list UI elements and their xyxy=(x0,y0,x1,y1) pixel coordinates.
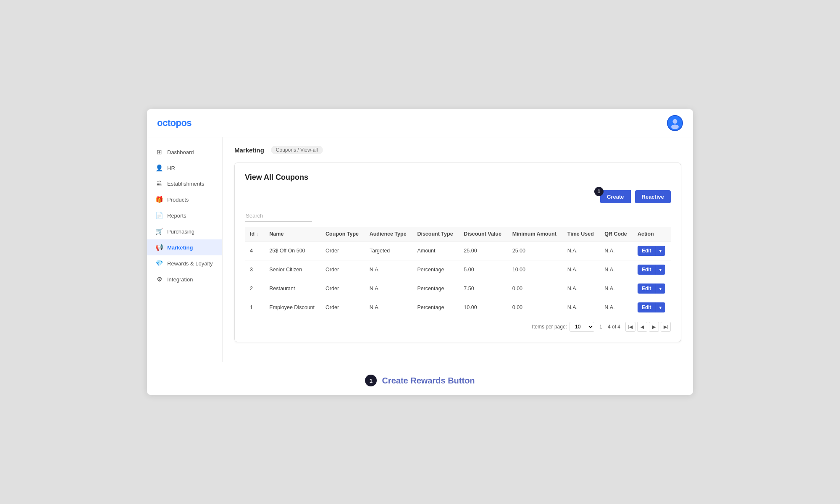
action-cell: Edit ▼ xyxy=(633,260,671,279)
items-per-page: Items per page: 10 25 50 100 xyxy=(532,322,594,332)
sidebar-label-hr: HR xyxy=(167,165,175,171)
purchasing-icon: 🛒 xyxy=(155,228,163,235)
table-cell: 0.00 xyxy=(507,298,562,317)
col-action: Action xyxy=(633,227,671,242)
edit-dropdown-btn[interactable]: ▼ xyxy=(656,284,665,294)
table-cell: Order xyxy=(320,260,365,279)
table-cell: 1 xyxy=(245,298,264,317)
table-cell: Order xyxy=(320,279,365,298)
sidebar-item-dashboard[interactable]: ⊞ Dashboard xyxy=(147,144,222,160)
table-cell: N.A. xyxy=(365,298,412,317)
app-logo: octopos xyxy=(157,118,192,129)
table-cell: Restaurant xyxy=(264,279,320,298)
table-cell: Percentage xyxy=(412,279,459,298)
edit-dropdown-btn[interactable]: ▼ xyxy=(656,265,665,275)
prev-page-btn[interactable]: ◀ xyxy=(637,322,647,332)
table-cell: N.A. xyxy=(365,260,412,279)
next-page-btn[interactable]: ▶ xyxy=(649,322,659,332)
table-cell: 2 xyxy=(245,279,264,298)
sidebar-item-purchasing[interactable]: 🛒 Purchasing xyxy=(147,223,222,239)
table-cell: N.A. xyxy=(599,298,633,317)
sidebar: ⊞ Dashboard 👤 HR 🏛 Establishments 🎁 Prod… xyxy=(147,137,223,362)
col-minimum-amount: Minimum Amount xyxy=(507,227,562,242)
table-cell: 0.00 xyxy=(507,279,562,298)
hr-icon: 👤 xyxy=(155,164,163,172)
table-cell: Targeted xyxy=(365,242,412,260)
reports-icon: 📄 xyxy=(155,212,163,219)
sidebar-label-reports: Reports xyxy=(167,213,186,219)
table-cell: N.A. xyxy=(599,260,633,279)
table-cell: 25.00 xyxy=(507,242,562,260)
col-name: Name xyxy=(264,227,320,242)
breadcrumb: Coupons / View-all xyxy=(271,146,323,154)
establishments-icon: 🏛 xyxy=(155,180,163,187)
products-icon: 🎁 xyxy=(155,196,163,203)
col-coupon-type: Coupon Type xyxy=(320,227,365,242)
edit-dropdown-btn[interactable]: ▼ xyxy=(656,302,665,312)
edit-button[interactable]: Edit xyxy=(638,302,656,312)
table-cell: Percentage xyxy=(412,298,459,317)
table-cell: 25.00 xyxy=(459,242,507,260)
action-cell: Edit ▼ xyxy=(633,242,671,260)
last-page-btn[interactable]: ▶| xyxy=(661,322,671,332)
card-title: View All Coupons xyxy=(245,173,671,182)
table-cell: Amount xyxy=(412,242,459,260)
create-badge: 1 xyxy=(594,187,604,196)
table-cell: Senior Citizen xyxy=(264,260,320,279)
action-cell: Edit ▼ xyxy=(633,298,671,317)
sidebar-item-rewards[interactable]: 💎 Rewards & Loyalty xyxy=(147,255,222,271)
sidebar-label-rewards: Rewards & Loyalty xyxy=(167,260,213,267)
col-id: Id ↓ xyxy=(245,227,264,242)
col-qr-code: QR Code xyxy=(599,227,633,242)
svg-point-1 xyxy=(673,119,677,124)
rewards-icon: 💎 xyxy=(155,260,163,267)
table-row: 425$ Off On 500OrderTargetedAmount25.002… xyxy=(245,242,671,260)
table-cell: N.A. xyxy=(562,298,599,317)
sidebar-item-hr[interactable]: 👤 HR xyxy=(147,160,222,176)
items-per-page-select[interactable]: 10 25 50 100 xyxy=(570,322,594,332)
table-cell: N.A. xyxy=(599,242,633,260)
create-button[interactable]: Create xyxy=(600,190,630,203)
coupons-table: Id ↓ Name Coupon Type Audience Type Disc… xyxy=(245,227,671,317)
annotation-area: 1 Create Rewards Button xyxy=(147,362,693,395)
breadcrumb-row: Marketing Coupons / View-all xyxy=(234,146,681,154)
table-cell: 7.50 xyxy=(459,279,507,298)
table-row: 1Employee DiscountOrderN.A.Percentage10.… xyxy=(245,298,671,317)
browser-card: octopos ⊞ Dashboard 👤 HR xyxy=(147,109,693,395)
marketing-icon: 📢 xyxy=(155,244,163,251)
sidebar-item-marketing[interactable]: 📢 Marketing xyxy=(147,239,222,255)
annotation-badge: 1 xyxy=(365,375,377,386)
table-header-row: Id ↓ Name Coupon Type Audience Type Disc… xyxy=(245,227,671,242)
reactive-button[interactable]: Reactive xyxy=(635,190,671,203)
sidebar-item-integration[interactable]: ⚙ Integration xyxy=(147,271,222,287)
edit-button[interactable]: Edit xyxy=(638,246,656,256)
annotation-text: Create Rewards Button xyxy=(382,376,475,386)
edit-button[interactable]: Edit xyxy=(638,284,656,294)
dashboard-icon: ⊞ xyxy=(155,148,163,156)
sidebar-item-products[interactable]: 🎁 Products xyxy=(147,192,222,207)
col-time-used: Time Used xyxy=(562,227,599,242)
sidebar-item-reports[interactable]: 📄 Reports xyxy=(147,207,222,223)
edit-button[interactable]: Edit xyxy=(638,265,656,275)
main-layout: ⊞ Dashboard 👤 HR 🏛 Establishments 🎁 Prod… xyxy=(147,137,693,362)
search-row xyxy=(245,210,671,222)
sidebar-label-purchasing: Purchasing xyxy=(167,228,194,235)
user-avatar[interactable] xyxy=(667,115,683,131)
top-bar: octopos xyxy=(147,109,693,137)
table-cell: Employee Discount xyxy=(264,298,320,317)
action-cell: Edit ▼ xyxy=(633,279,671,298)
sidebar-label-integration: Integration xyxy=(167,276,193,283)
pagination-row: Items per page: 10 25 50 100 1 – 4 of 4 … xyxy=(245,317,671,332)
first-page-btn[interactable]: |◀ xyxy=(625,322,635,332)
search-input[interactable] xyxy=(245,210,312,222)
table-cell: N.A. xyxy=(562,260,599,279)
table-cell: 3 xyxy=(245,260,264,279)
action-row: 1 Create Reactive xyxy=(245,190,671,203)
sidebar-item-establishments[interactable]: 🏛 Establishments xyxy=(147,176,222,192)
table-cell: Order xyxy=(320,242,365,260)
sidebar-label-marketing: Marketing xyxy=(167,244,193,251)
page-nav: |◀ ◀ ▶ ▶| xyxy=(625,322,671,332)
content-area: Marketing Coupons / View-all View All Co… xyxy=(223,137,693,362)
col-discount-type: Discount Type xyxy=(412,227,459,242)
edit-dropdown-btn[interactable]: ▼ xyxy=(656,246,665,256)
